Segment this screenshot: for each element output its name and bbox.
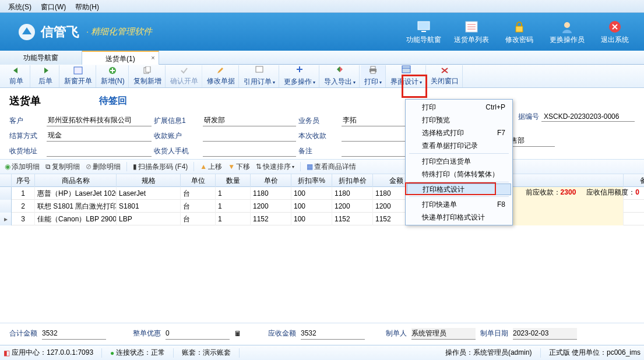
total-field[interactable] (42, 328, 106, 340)
arrow-left-icon (12, 66, 21, 76)
view-goods-button[interactable]: ▦查看商品详情 (305, 162, 357, 172)
user-icon (560, 20, 574, 33)
new-window-button[interactable]: 新窗开单 (61, 65, 96, 87)
header-nav-button[interactable]: 功能导航窗 (400, 19, 447, 45)
svg-rect-17 (371, 71, 375, 73)
dropdown-select-format[interactable]: 选择格式打印F7 (407, 126, 511, 139)
monitor-icon (417, 20, 431, 33)
scan-barcode-button[interactable]: ▮扫描条形码 (F4) (132, 162, 189, 172)
detail-toolbar: ◉添加明细 ⧉复制明细 ⊘删除明细 ▮扫描条形码 (F4) ▲上移 ▼下移 ⇅快… (0, 159, 644, 174)
dropdown-blank-doc[interactable]: 打印空白送货单 (407, 155, 511, 168)
menu-system[interactable]: 系统(S) (5, 2, 35, 10)
this-recv-label: 本次收款 (298, 131, 339, 141)
io-icon (335, 65, 344, 75)
header-delivery-list-button[interactable]: 送货单列表 (448, 19, 495, 45)
grid-header: 序号商品名称 规格单位 数量单价 折扣率%折扣单价 金额备注 (0, 174, 644, 187)
dropdown-express-design[interactable]: 快递单打印格式设计 (407, 211, 511, 224)
cust-label: 客户 (9, 116, 44, 126)
dropdown-print[interactable]: 打印Ctrl+P (407, 101, 511, 114)
header-band: 信管飞 · 精细化管理软件 功能导航窗 送货单列表 修改密码 更换操作员 退出系… (0, 13, 644, 51)
window-icon (73, 66, 83, 76)
dropdown-preview[interactable]: 打印预览 (407, 114, 511, 126)
tab-close-icon[interactable]: × (151, 54, 154, 61)
edit-button[interactable]: 修改单据 (203, 65, 239, 87)
header-change-pwd-button[interactable]: 修改密码 (496, 19, 543, 45)
menubar: 系统(S) 窗口(W) 帮助(H) (0, 0, 644, 13)
tabs-row: 功能导航窗 送货单(1)× (0, 51, 644, 65)
phone-label: 收货人手机 (154, 146, 200, 156)
settle-field[interactable] (47, 130, 152, 142)
addr-field[interactable] (47, 145, 152, 157)
print-button[interactable]: 打印▾ (361, 65, 386, 87)
menu-window[interactable]: 窗口(W) (37, 2, 69, 10)
tab-delivery-doc[interactable]: 送货单(1)× (82, 51, 159, 65)
ext1-field[interactable] (203, 115, 296, 126)
list-icon (464, 20, 478, 33)
dropdown-express[interactable]: 打印快递单F8 (407, 198, 511, 211)
next-doc-button[interactable]: 后单 (31, 65, 59, 87)
recv-acct-label: 收款账户 (154, 131, 200, 141)
form-area: 送货单 待签回 客户 扩展信息1 业务员 结算方式 收款账户 本次收款 收货地址… (0, 88, 644, 159)
remark-field[interactable] (342, 145, 411, 157)
plus-icon (108, 66, 117, 76)
date-field (513, 328, 577, 340)
status-account: 账套：演示账套 (182, 348, 231, 358)
statusbar: ◧应用中心：127.0.0.1:7093 ●连接状态：正常 账套：演示账套 操作… (0, 345, 644, 360)
svg-rect-14 (256, 66, 263, 72)
cust-field[interactable] (47, 115, 152, 126)
phone-field[interactable] (203, 145, 296, 157)
recv-acct-field[interactable] (203, 130, 296, 142)
svg-rect-13 (146, 66, 150, 72)
svg-point-8 (564, 22, 570, 28)
tab-nav[interactable]: 功能导航窗 (0, 51, 82, 65)
page-title: 送货单 (9, 94, 41, 108)
arrow-right-icon (41, 66, 50, 76)
import-export-button[interactable]: 导入导出▾ (321, 65, 360, 87)
table-row[interactable]: 2联想 S1801 黑白激光打印 S1801台 11200 1001200 12… (0, 200, 644, 213)
receivable-summary: 前应收款：2300 应收信用额度：0 (526, 188, 639, 197)
move-down-button[interactable]: ▼下移 (227, 162, 251, 172)
dept-value: 售部 (508, 135, 555, 147)
ui-design-button[interactable]: 界面设计▾ (387, 65, 426, 87)
doc-no-value: XSCKD-20230203-0006 (541, 112, 635, 122)
add-detail-button[interactable]: ◉添加明细 (3, 162, 41, 172)
date-label: 制单日期 (480, 329, 508, 338)
confirm-button[interactable]: 确认开单 (167, 65, 202, 87)
total-label: 合计金额 (9, 329, 37, 338)
header-switch-op-button[interactable]: 更换操作员 (544, 19, 590, 45)
detail-grid: 序号商品名称 规格单位 数量单价 折扣率%折扣单价 金额备注 1惠普（HP）La… (0, 174, 644, 225)
quote-order-button[interactable]: 引用订单▾ (240, 65, 279, 87)
brand-sub: · 精细化管理软件 (86, 26, 152, 37)
sales-field[interactable] (342, 115, 411, 126)
header-exit-button[interactable]: 退出系统 (592, 19, 638, 45)
svg-rect-10 (74, 67, 82, 74)
layout-icon (402, 65, 411, 75)
add-button[interactable]: 新增(N) (97, 65, 129, 87)
close-window-button[interactable]: 关闭窗口 (427, 65, 463, 87)
addr-label: 收货地址 (9, 146, 44, 156)
move-up-button[interactable]: ▲上移 (199, 162, 223, 172)
svg-rect-18 (402, 66, 410, 73)
more-ops-button[interactable]: 更多操作▾ (280, 65, 319, 87)
quick-sort-button[interactable]: ⇅快速排序▾ (255, 162, 295, 172)
calc-icon[interactable]: 🖩 (234, 330, 241, 338)
status-app-center: ◧应用中心：127.0.0.1:7093 (3, 348, 93, 358)
dropdown-print-log[interactable]: 查看单据打印记录 (407, 139, 511, 152)
receivable-field[interactable] (301, 328, 365, 340)
status-connection: ●连接状态：正常 (110, 348, 165, 358)
discount-label: 整单优惠 (133, 329, 161, 338)
this-recv-field[interactable] (342, 130, 411, 142)
menu-help[interactable]: 帮助(H) (72, 2, 103, 10)
copy-add-button[interactable]: 复制新增 (130, 65, 166, 87)
copy-detail-button[interactable]: ⧉复制明细 (44, 162, 81, 172)
discount-field[interactable] (166, 328, 230, 340)
dropdown-format-design[interactable]: 打印格式设计 (407, 183, 511, 195)
prev-doc-button[interactable]: 前单 (2, 65, 30, 87)
logo: 信管飞 · 精细化管理软件 (17, 23, 152, 41)
footer-form: 合计金额 整单优惠 🖩 应收金额 制单人 制单日期 (0, 323, 644, 344)
del-detail-button[interactable]: ⊘删除明细 (85, 162, 122, 172)
dropdown-special[interactable]: 特殊打印（简体转繁体） (407, 168, 511, 181)
print-dropdown: 打印Ctrl+P 打印预览 选择格式打印F7 查看单据打印记录 打印空白送货单 … (405, 99, 513, 225)
table-row[interactable]: ▸ 3佳能（Canon）LBP 2900+ LBP台 11152 1001152… (0, 213, 644, 225)
main-toolbar: 前单 后单 新窗开单 新增(N) 复制新增 确认开单 修改单据 引用订单▾ 更多… (0, 65, 644, 88)
